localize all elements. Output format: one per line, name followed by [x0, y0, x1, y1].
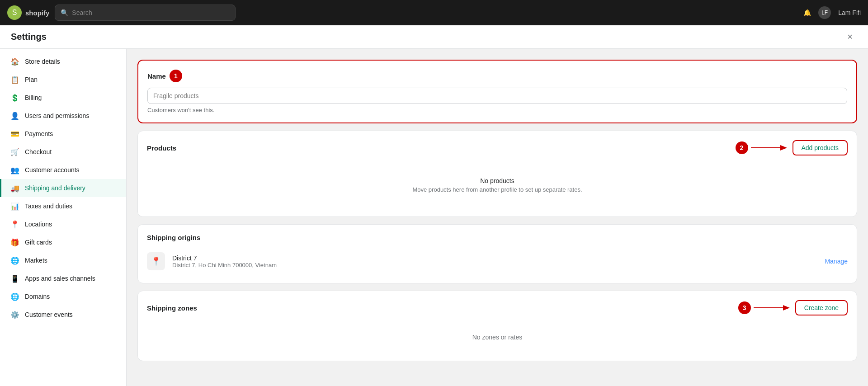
products-title: Products: [147, 144, 176, 152]
search-placeholder: Search: [72, 9, 92, 16]
sidebar-icon-customer-events: ⚙️: [10, 310, 19, 319]
origin-address: District 7, Ho Chi Minh 700000, Vietnam: [172, 262, 817, 268]
sidebar-icon-store-details: 🏠: [10, 57, 19, 66]
sidebar-label-users-permissions: Users and permissions: [25, 112, 89, 119]
sidebar-icon-locations: 📍: [10, 220, 19, 229]
sidebar-item-domains[interactable]: 🌐 Domains: [0, 287, 126, 306]
products-empty-title: No products: [156, 177, 839, 184]
annotation-2: 2: [736, 141, 787, 154]
search-icon: 🔍: [61, 9, 68, 16]
products-empty-text: Move products here from another profile …: [156, 186, 839, 193]
sidebar-icon-shipping-delivery: 🚚: [10, 184, 19, 193]
annotation-3: 3: [738, 301, 790, 314]
topbar-brand-name: shopify: [25, 9, 49, 17]
main-content: Name 1 Customers won't see this. Product…: [127, 49, 868, 386]
sidebar-item-gift-cards[interactable]: 🎁 Gift cards: [0, 233, 126, 251]
zones-header: Shipping zones 3 Create zone: [147, 300, 848, 315]
sidebar-item-customer-accounts[interactable]: 👥 Customer accounts: [0, 161, 126, 179]
sidebar-item-plan[interactable]: 📋 Plan: [0, 71, 126, 89]
zones-empty-text: No zones or rates: [472, 334, 523, 341]
sidebar-icon-markets: 🌐: [10, 256, 19, 265]
products-empty-state: No products Move products here from anot…: [147, 163, 848, 207]
origin-item: 📍 District 7 District 7, Ho Chi Minh 700…: [147, 249, 848, 274]
svg-marker-3: [783, 305, 790, 311]
sidebar-item-taxes-duties[interactable]: 📊 Taxes and duties: [0, 197, 126, 215]
sidebar-label-apps-sales: Apps and sales channels: [25, 275, 95, 282]
zones-title: Shipping zones: [147, 304, 197, 312]
sidebar-label-locations: Locations: [25, 221, 52, 228]
products-card: Products 2 Add products No products Move…: [137, 131, 857, 217]
sidebar-label-customer-accounts: Customer accounts: [25, 166, 80, 174]
sidebar-label-customer-events: Customer events: [25, 311, 73, 318]
sidebar-icon-taxes-duties: 📊: [10, 202, 19, 211]
name-section-title: Name 1: [147, 70, 847, 82]
sidebar-icon-gift-cards: 🎁: [10, 238, 19, 247]
topbar: S shopify 🔍 Search 🔔 LF Lam Fifi: [0, 0, 868, 25]
shipping-origins-card: Shipping origins 📍 District 7 District 7…: [137, 224, 857, 283]
sidebar-icon-apps-sales: 📱: [10, 274, 19, 283]
location-icon: 📍: [147, 252, 165, 270]
sidebar-item-billing[interactable]: 💲 Billing: [0, 89, 126, 107]
add-products-button[interactable]: Add products: [793, 140, 848, 155]
search-bar[interactable]: 🔍 Search: [55, 5, 236, 21]
sidebar-item-store-details[interactable]: 🏠 Store details: [0, 52, 126, 71]
sidebar-label-billing: Billing: [25, 94, 42, 101]
sidebar-label-markets: Markets: [25, 257, 47, 264]
sidebar-icon-checkout: 🛒: [10, 147, 19, 156]
sidebar-label-shipping-delivery: Shipping and delivery: [25, 184, 85, 192]
badge-3: 3: [738, 301, 751, 314]
products-header: Products 2 Add products: [147, 140, 848, 155]
badge-1: 1: [170, 70, 182, 82]
sidebar-item-apps-sales[interactable]: 📱 Apps and sales channels: [0, 269, 126, 287]
close-button[interactable]: ×: [843, 30, 857, 44]
sidebar-item-customer-events[interactable]: ⚙️ Customer events: [0, 306, 126, 324]
topbar-right: 🔔 LF Lam Fifi: [803, 6, 861, 19]
notification-icon[interactable]: 🔔: [803, 9, 811, 16]
user-name: Lam Fifi: [838, 9, 861, 16]
arrow-3-svg: [754, 303, 790, 312]
shipping-origins-title: Shipping origins: [147, 234, 848, 241]
sidebar-icon-plan: 📋: [10, 75, 19, 84]
user-avatar: LF: [818, 6, 831, 19]
sidebar-label-taxes-duties: Taxes and duties: [25, 202, 72, 210]
name-input[interactable]: [147, 88, 847, 104]
sidebar-label-payments: Payments: [25, 130, 53, 137]
topbar-logo: S shopify: [7, 5, 49, 20]
name-title-text: Name: [147, 72, 166, 80]
settings-header: Settings ×: [0, 25, 868, 49]
sidebar-icon-customer-accounts: 👥: [10, 165, 19, 174]
sidebar-item-markets[interactable]: 🌐 Markets: [0, 251, 126, 269]
origin-name: District 7: [172, 254, 817, 262]
origin-details: District 7 District 7, Ho Chi Minh 70000…: [172, 254, 817, 268]
sidebar-label-gift-cards: Gift cards: [25, 239, 52, 246]
sidebar-item-checkout[interactable]: 🛒 Checkout: [0, 143, 126, 161]
sidebar-icon-domains: 🌐: [10, 292, 19, 301]
products-actions: 2 Add products: [736, 140, 848, 155]
name-hint: Customers won't see this.: [147, 107, 847, 113]
sidebar-label-domains: Domains: [25, 293, 50, 300]
sidebar-label-store-details: Store details: [25, 58, 60, 65]
sidebar-icon-payments: 💳: [10, 129, 19, 138]
create-zone-button[interactable]: Create zone: [795, 300, 848, 315]
sidebar-item-users-permissions[interactable]: 👤 Users and permissions: [0, 107, 126, 125]
svg-marker-1: [780, 145, 787, 151]
sidebar-item-payments[interactable]: 💳 Payments: [0, 125, 126, 143]
sidebar-icon-billing: 💲: [10, 93, 19, 102]
sidebar-icon-users-permissions: 👤: [10, 111, 19, 120]
zones-actions: 3 Create zone: [738, 300, 848, 315]
name-card: Name 1 Customers won't see this.: [137, 60, 857, 123]
shipping-zones-card: Shipping zones 3 Create zone No zones or…: [137, 291, 857, 361]
sidebar-item-locations[interactable]: 📍 Locations: [0, 215, 126, 233]
shopify-logo: S: [7, 5, 22, 20]
sidebar-label-plan: Plan: [25, 76, 38, 83]
zones-empty: No zones or rates: [147, 323, 848, 352]
sidebar-item-shipping-delivery[interactable]: 🚚 Shipping and delivery: [0, 179, 126, 197]
sidebar-label-checkout: Checkout: [25, 148, 52, 155]
settings-title: Settings: [11, 32, 47, 42]
arrow-2-svg: [751, 143, 787, 152]
manage-link[interactable]: Manage: [825, 258, 848, 265]
badge-2: 2: [736, 141, 748, 154]
sidebar: 🏠 Store details 📋 Plan 💲 Billing 👤 Users…: [0, 49, 127, 386]
